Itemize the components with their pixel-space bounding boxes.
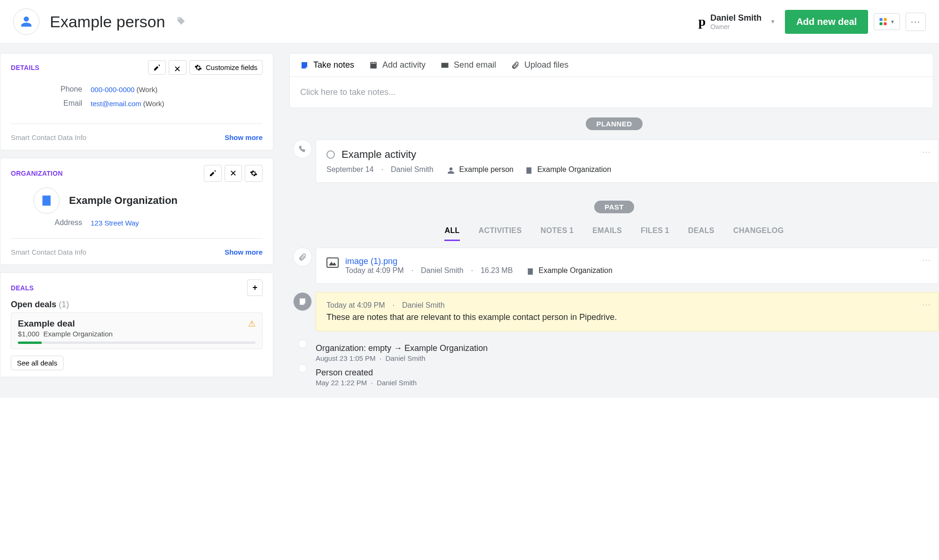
filter-files[interactable]: FILES1 [641,226,669,241]
deal-org: Example Organization [43,330,113,338]
activity-title: Example activity [341,148,416,161]
activity-person: Example person [459,165,514,174]
view-toggle-button[interactable]: ▼ [874,13,900,30]
grid-icon [879,17,887,26]
svg-rect-2 [880,23,883,25]
note-body: These are notes that are relevant to thi… [326,312,928,322]
see-all-deals-button[interactable]: See all deals [11,356,63,370]
filter-notes[interactable]: NOTES1 [541,226,574,241]
details-heading: DETAILS [11,64,39,71]
file-card[interactable]: ··· image (1).png Today at 4:09 PM Danie… [316,248,939,284]
close-details-button[interactable]: ✕ [169,60,186,75]
phone-label: Phone [11,85,91,93]
note-bullet [293,292,312,311]
activity-user: Daniel Smith [391,165,434,174]
person-avatar [13,8,39,35]
deal-title: Example deal [18,319,75,329]
changelog-bullet [298,364,307,373]
email-label: Email [11,99,91,108]
organization-card: ORGANIZATION ✕ Example Organization Addr… [0,158,273,265]
open-deals-count: (1) [59,300,69,309]
filter-deals[interactable]: DEALS [688,226,714,241]
tag-icon[interactable] [176,16,186,27]
org-settings-button[interactable] [245,165,263,182]
org-name[interactable]: Example Organization [69,194,178,207]
note-card[interactable]: ··· Today at 4:09 PM Daniel Smith These … [316,292,939,331]
file-time: Today at 4:09 PM [345,266,404,275]
close-icon: ✕ [230,168,237,179]
tab-upload-files[interactable]: Upload files [511,60,568,70]
edit-details-button[interactable] [148,60,166,75]
filter-activities[interactable]: ACTIVITIES [479,226,522,241]
image-icon [326,257,339,268]
show-more-org[interactable]: Show more [225,248,263,256]
filter-all[interactable]: ALL [444,226,459,241]
plus-icon: + [252,283,257,293]
email-link[interactable]: test@email.com [91,100,141,108]
deals-heading: DEALS [11,284,34,292]
pencil-icon [209,170,217,177]
file-org: Example Organization [539,266,613,275]
activity-org: Example Organization [537,165,611,174]
svg-rect-3 [884,23,887,25]
filter-changelog[interactable]: CHANGELOG [733,226,784,241]
customize-fields-button[interactable]: Customize fields [189,60,263,75]
timeline-filter-tabs: ALL ACTIVITIES NOTES1 EMAILS FILES1 DEAL… [289,223,939,248]
svg-rect-1 [884,18,887,21]
calendar-icon [369,61,378,70]
smart-contact-label: Smart Contact Data Info [11,133,86,141]
add-new-deal-button[interactable]: Add new deal [785,10,868,34]
owner-selector[interactable]: p Daniel Smith Owner ▼ [698,13,776,31]
action-bar: Take notes Add activity Send email Uploa… [289,53,933,108]
activity-card[interactable]: ··· Example activity September 14 Daniel… [316,140,939,183]
close-org-button[interactable]: ✕ [225,165,242,182]
planned-badge: PLANNED [586,117,642,130]
person-icon [447,167,455,174]
file-bullet [293,248,312,266]
org-avatar [33,187,60,214]
file-user: Daniel Smith [421,266,464,275]
smart-contact-label: Smart Contact Data Info [11,248,86,256]
dots-icon: ··· [911,17,921,27]
edit-org-button[interactable] [204,165,222,182]
attachment-icon [298,253,307,261]
changelog-bullet [298,340,307,348]
phone-link[interactable]: 000-000-0000 [91,86,134,93]
changelog-title: Organization: empty → Example Organizati… [316,343,939,353]
gear-icon [194,64,202,71]
changelog-title: Person created [316,368,939,378]
past-badge: PAST [594,201,634,213]
file-name[interactable]: image (1).png [345,257,613,266]
building-icon [525,167,533,174]
deals-card: DEALS + Open deals (1) Example deal ⚠ $1… [0,272,273,377]
open-deals-label: Open deals [11,300,56,309]
note-input[interactable]: Click here to take notes... [290,77,933,108]
filter-emails[interactable]: EMAILS [592,226,622,241]
tab-take-notes[interactable]: Take notes [300,60,354,70]
email-type: (Work) [143,100,164,108]
email-icon [441,61,449,70]
warning-icon: ⚠ [248,319,256,329]
add-deal-button[interactable]: + [247,280,263,296]
address-link[interactable]: 123 Street Way [91,219,139,227]
deal-amount: $1,000 [18,330,39,338]
address-label: Address [11,218,91,227]
more-button[interactable]: ··· [906,13,926,31]
phone-icon [298,145,307,153]
note-icon [298,297,307,306]
owner-name: Daniel Smith [710,13,761,23]
organization-heading: ORGANIZATION [11,170,63,177]
show-more-details[interactable]: Show more [225,133,263,141]
pencil-icon [153,64,161,71]
activity-more-button[interactable]: ··· [922,148,931,156]
tab-add-activity[interactable]: Add activity [369,60,426,70]
deal-item[interactable]: Example deal ⚠ $1,000 Example Organizati… [11,312,263,349]
gear-icon [250,170,257,177]
phone-type: (Work) [136,86,157,93]
note-more-button[interactable]: ··· [922,300,931,308]
activity-checkbox[interactable] [326,150,335,159]
person-icon [20,16,32,28]
tab-send-email[interactable]: Send email [441,60,496,70]
attachment-icon [511,61,520,70]
file-more-button[interactable]: ··· [922,256,931,264]
